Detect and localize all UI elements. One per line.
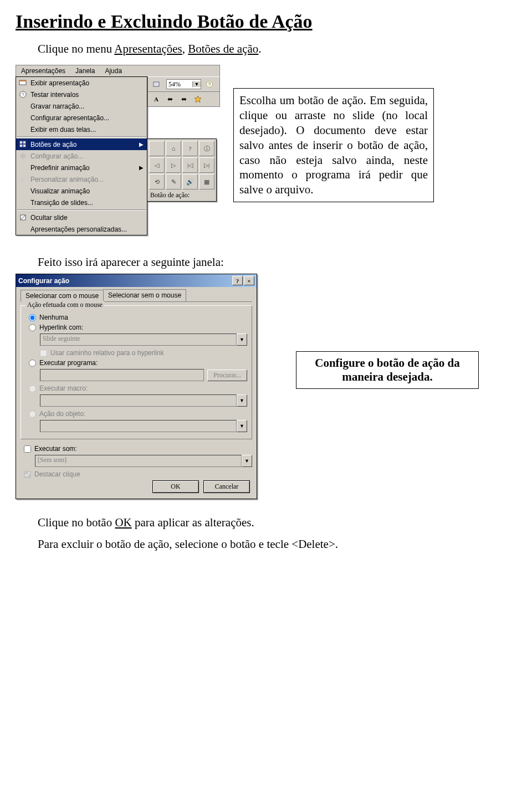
toolbar-row2: A ⬌ ⬌	[147, 92, 220, 107]
dialog-titlebar: Configurar ação ? ×	[16, 274, 257, 287]
menu-item-visualizar-animacao[interactable]: Visualizar animação	[16, 185, 147, 197]
intro-paragraph: Clique no menu Apresentações, Botões de …	[38, 42, 516, 56]
checkbox-caminho-relativo: Usar caminho relativo para o hyperlink	[40, 349, 247, 357]
radio-hyperlink[interactable]: Hyperlink com:	[29, 324, 247, 331]
help-button[interactable]: ?	[203, 79, 216, 89]
action-button[interactable]	[149, 141, 165, 156]
svg-rect-6	[23, 145, 25, 147]
menu-item-apresentacoes-personalizadas[interactable]: Apresentações personalizadas...	[16, 223, 147, 235]
menu-item-transicao-slides[interactable]: Transição de slides...	[16, 197, 147, 208]
menubar-item[interactable]: Apresentações	[16, 65, 70, 76]
toolbar: ▼ ?	[147, 76, 220, 92]
action-button[interactable]: ▷|	[199, 157, 214, 173]
svg-rect-1	[19, 80, 26, 81]
close-button[interactable]: ×	[244, 276, 254, 285]
menu-item-configurar-acao: Configurar ação...	[16, 150, 147, 162]
menu-item-personalizar-animacao: Personalizar animação...	[16, 173, 147, 185]
link-ok: OK	[115, 516, 131, 529]
action-button[interactable]: ⓘ	[199, 141, 214, 156]
decrease-button[interactable]: ⬌	[164, 94, 176, 104]
svg-rect-5	[20, 145, 22, 147]
combo-hyperlink: Slide seguinte▼	[40, 334, 247, 346]
link-botoes-de-acao: Botões de ação	[188, 42, 258, 55]
help-button[interactable]: ?	[232, 276, 243, 285]
action-button[interactable]: ▷	[166, 157, 181, 173]
action-button[interactable]: |◁	[182, 157, 198, 173]
chevron-down-icon[interactable]: ▼	[192, 81, 201, 87]
page-title: Inserindo e Excluindo Botão de Ação	[16, 11, 516, 32]
svg-marker-15	[195, 96, 201, 102]
chevron-down-icon: ▼	[237, 394, 247, 407]
star-icon	[17, 175, 28, 184]
action-button[interactable]: ✎	[166, 174, 181, 189]
font-button[interactable]: A	[150, 94, 162, 104]
action-button[interactable]: ⌂	[166, 141, 181, 156]
cancel-button[interactable]: Cancelar	[203, 480, 250, 493]
menubar-item[interactable]: Janela	[70, 65, 100, 76]
radio-executar-programa[interactable]: Executar programa:	[29, 359, 247, 367]
action-buttons-popup: ⌂ ? ⓘ ◁ ▷ |◁ ▷| ⟲ ✎ 🔊 ▦ Botão de a	[147, 139, 217, 202]
toolbar-button[interactable]	[150, 79, 162, 89]
submenu-arrow-icon: ▶	[139, 141, 144, 147]
dialog-title: Configurar ação	[18, 277, 231, 285]
chevron-down-icon: ▼	[237, 334, 247, 346]
svg-rect-3	[20, 141, 22, 143]
footer-paragraph-1: Clique no botão OK para aplicar as alter…	[38, 516, 516, 530]
dropdown-menu: Exibir apresentação Testar intervalos Gr…	[16, 76, 147, 235]
menu-item-predefinir-animacao[interactable]: Predefinir animação▶	[16, 162, 147, 173]
instruction-box-1: Escolha um botão de ação. Em seguida, cl…	[233, 88, 434, 202]
menu-item-exibir-apresentacao[interactable]: Exibir apresentação	[16, 77, 147, 89]
menu-item-gravar-narracao[interactable]: Gravar narração...	[16, 100, 147, 112]
dialog-tabs: Selecionar com o mouse Selecionar sem o …	[21, 289, 252, 302]
menubar: Apresentações Janela Ajuda	[16, 65, 220, 76]
footer-paragraph-2: Para excluir o botão de ação, selecione …	[38, 537, 516, 551]
action-button[interactable]: ⟲	[149, 174, 165, 189]
menu-divider	[17, 136, 146, 137]
effects-button[interactable]	[192, 94, 204, 104]
action-button[interactable]: ?	[182, 141, 198, 156]
tab-selecionar-sem-mouse[interactable]: Selecionar sem o mouse	[103, 289, 186, 301]
menu-item-testar-intervalos[interactable]: Testar intervalos	[16, 89, 147, 100]
menu-item-ocultar-slide[interactable]: Ocultar slide	[16, 212, 147, 223]
svg-marker-9	[20, 176, 26, 182]
grid-icon	[17, 140, 28, 149]
hide-slide-icon	[17, 213, 28, 222]
action-button[interactable]: ◁	[149, 157, 165, 173]
checkbox-destacar-clique: Destacar clique	[24, 470, 252, 478]
svg-rect-12	[154, 82, 159, 86]
popup-caption: Botão de ação:	[149, 189, 214, 199]
combo-som: [Sem som]▼	[35, 455, 252, 467]
menu-divider	[17, 209, 146, 211]
increase-button[interactable]: ⬌	[178, 94, 190, 104]
zoom-input[interactable]	[167, 80, 192, 89]
ok-button[interactable]: OK	[152, 480, 199, 493]
chevron-down-icon: ▼	[237, 420, 247, 432]
link-apresentacoes: Apresentações	[114, 42, 182, 55]
menubar-item[interactable]: Ajuda	[100, 65, 127, 76]
chevron-down-icon: ▼	[242, 455, 252, 467]
radio-nenhuma[interactable]: Nenhuma	[29, 314, 247, 321]
menu-item-botoes-de-acao[interactable]: Botões de ação▶	[16, 139, 147, 150]
radio-executar-macro: Executar macro:	[29, 384, 247, 392]
combo-macro: ▼	[40, 394, 247, 407]
groupbox-acao: Nenhuma Hyperlink com: Slide seguinte▼ U…	[21, 305, 252, 439]
svg-point-8	[22, 155, 24, 157]
instruction-box-2: Configure o botão de ação da maneira des…	[296, 351, 479, 389]
menu-item-exibir-duas-telas[interactable]: Exibir em duas telas...	[16, 124, 147, 135]
tab-selecionar-com-mouse[interactable]: Selecionar com o mouse	[21, 290, 104, 302]
zoom-combo[interactable]: ▼	[166, 79, 201, 89]
dialog-configurar-acao: Configurar ação ? × Selecionar com o mou…	[16, 274, 257, 499]
browse-button: Procurar...	[207, 370, 247, 381]
checkbox-executar-som[interactable]: Executar som:	[24, 445, 252, 453]
intro-text: Clique no menu	[38, 42, 114, 55]
input-executar-programa	[40, 369, 204, 381]
action-button[interactable]: ▦	[199, 174, 214, 189]
menu-item-configurar-apresentacao[interactable]: Configurar apresentação...	[16, 112, 147, 124]
clock-icon	[17, 90, 28, 99]
submenu-arrow-icon: ▶	[139, 165, 144, 171]
slideshow-icon	[17, 79, 28, 88]
radio-acao-objeto: Ação do objeto:	[29, 410, 247, 418]
combo-acao-objeto: ▼	[40, 420, 247, 432]
gear-icon	[17, 152, 28, 161]
action-button[interactable]: 🔊	[182, 174, 198, 189]
